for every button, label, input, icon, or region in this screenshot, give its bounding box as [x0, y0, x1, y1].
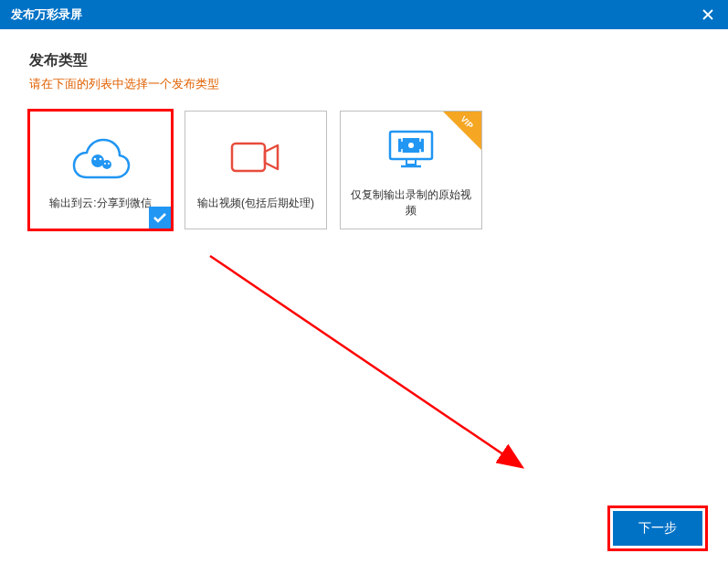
page-subtitle: 请在下面的列表中选择一个发布类型 — [29, 76, 699, 92]
monitor-icon — [386, 122, 436, 176]
svg-line-15 — [210, 256, 521, 466]
titlebar: 发布万彩录屏 — [0, 0, 728, 29]
svg-rect-6 — [149, 207, 171, 229]
page-heading: 发布类型 — [29, 51, 699, 70]
option-output-video[interactable]: 输出视频(包括后期处理) — [185, 111, 327, 229]
svg-point-11 — [408, 143, 414, 148]
svg-point-0 — [91, 154, 104, 167]
vip-badge: VIP — [443, 112, 481, 150]
next-button[interactable]: 下一步 — [613, 511, 702, 546]
annotation-arrow — [201, 247, 539, 484]
options-row: 输出到云:分享到微信 输出视频(包括后期处理) — [29, 111, 699, 229]
option-label: 输出视频(包括后期处理) — [192, 196, 320, 211]
next-button-highlight: 下一步 — [607, 505, 708, 551]
svg-point-2 — [94, 157, 97, 160]
checkmark-icon — [149, 207, 171, 229]
close-icon[interactable] — [699, 5, 717, 24]
titlebar-title: 发布万彩录屏 — [11, 6, 82, 23]
svg-point-1 — [102, 160, 111, 169]
camera-icon — [228, 130, 283, 185]
svg-rect-7 — [232, 144, 265, 171]
option-copy-original[interactable]: VIP 仅复制输出录制的原始视频 — [340, 111, 482, 229]
svg-rect-12 — [406, 159, 416, 165]
svg-point-3 — [100, 157, 102, 160]
svg-point-5 — [108, 163, 110, 165]
option-label: 输出到云:分享到微信 — [44, 196, 156, 211]
content-area: 发布类型 请在下面的列表中选择一个发布类型 输出到云:分享到微信 — [0, 29, 728, 251]
cloud-icon — [69, 130, 132, 185]
option-cloud-share[interactable]: 输出到云:分享到微信 — [29, 111, 172, 229]
option-label: 仅复制输出录制的原始视频 — [341, 187, 481, 218]
svg-point-4 — [104, 163, 106, 165]
